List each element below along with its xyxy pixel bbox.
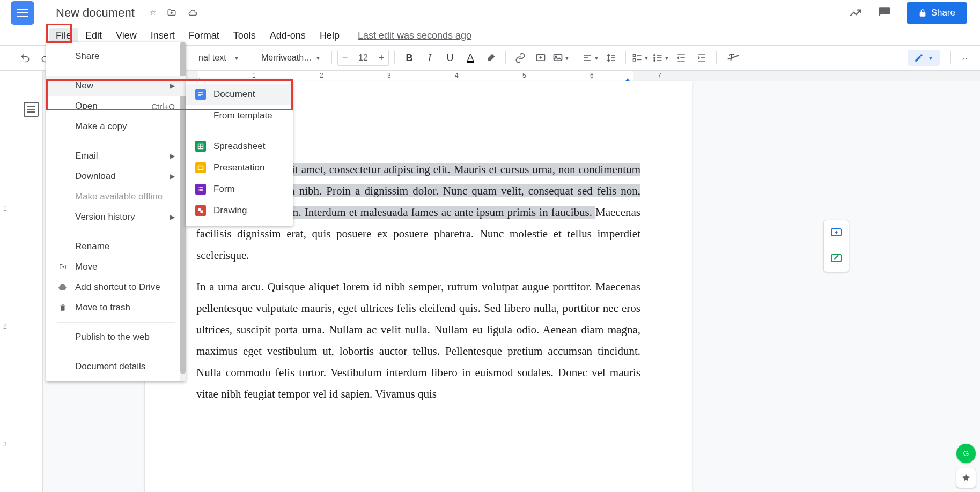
sheets-icon: [195, 141, 206, 152]
submenu-drawing[interactable]: Drawing: [186, 200, 293, 221]
file-menu-offline: Make available offline: [46, 187, 186, 207]
file-menu-trash[interactable]: Move to trash: [46, 297, 186, 318]
insert-link-button[interactable]: [511, 50, 529, 66]
explore-button[interactable]: [956, 468, 976, 488]
file-menu-share[interactable]: Share: [46, 46, 186, 66]
svg-rect-9: [633, 54, 636, 56]
svg-point-17: [654, 60, 655, 62]
drive-icon: [58, 283, 68, 292]
vruler-tick: 1: [3, 205, 7, 212]
vruler-tick: 2: [3, 323, 7, 330]
font-size-value[interactable]: 12: [352, 53, 374, 63]
vruler-tick: 3: [3, 441, 7, 448]
suggest-edit-button[interactable]: [824, 246, 849, 272]
svg-point-15: [654, 57, 655, 59]
svg-rect-26: [831, 255, 841, 262]
move-folder-icon[interactable]: [166, 8, 177, 18]
ruler-tick: 4: [455, 72, 459, 79]
document-title[interactable]: New document: [56, 6, 135, 20]
add-comment-button[interactable]: [824, 220, 849, 246]
file-menu-version[interactable]: Version history▶: [46, 207, 186, 227]
insert-comment-button[interactable]: [532, 50, 550, 66]
menu-edit[interactable]: Edit: [79, 28, 108, 43]
grammarly-icon[interactable]: G: [956, 444, 976, 463]
font-family-dropdown[interactable]: Merriweath…▼: [256, 50, 326, 66]
checklist-button[interactable]: ▼: [631, 50, 650, 66]
file-new-submenu: Document From template Spreadsheet Prese…: [186, 79, 293, 226]
menu-file[interactable]: File: [49, 28, 78, 43]
editing-mode-button[interactable]: ▼: [908, 50, 940, 66]
ruler-tick: 1: [252, 72, 256, 79]
star-icon[interactable]: ☆: [150, 8, 157, 18]
menu-tools[interactable]: Tools: [227, 28, 262, 43]
svg-point-13: [654, 55, 655, 56]
insert-image-button[interactable]: ▼: [552, 50, 570, 66]
italic-button[interactable]: I: [421, 50, 439, 66]
file-menu-open[interactable]: OpenCtrl+O: [46, 96, 186, 116]
bold-button[interactable]: B: [400, 50, 418, 66]
submenu-from-template[interactable]: From template: [186, 105, 293, 126]
text-color-button[interactable]: A: [461, 50, 480, 66]
menu-insert[interactable]: Insert: [144, 28, 181, 43]
ruler-tick: 7: [658, 72, 661, 79]
share-label: Share: [931, 8, 955, 18]
move-icon: [58, 263, 68, 271]
file-menu-new[interactable]: New▶: [46, 76, 186, 96]
file-menu-make-copy[interactable]: Make a copy: [46, 116, 186, 137]
menu-format[interactable]: Format: [182, 28, 226, 43]
file-menu-move[interactable]: Move: [46, 257, 186, 277]
font-size-control[interactable]: − 12 +: [337, 50, 389, 66]
svg-rect-41: [201, 211, 203, 213]
last-edit-link[interactable]: Last edit was seconds ago: [358, 30, 471, 41]
svg-rect-33: [198, 166, 203, 170]
ruler-tick: 2: [320, 72, 323, 79]
floating-comment-buttons: [823, 220, 849, 272]
ruler-tick: 3: [387, 72, 391, 79]
file-menu-add-shortcut[interactable]: Add shortcut to Drive: [46, 277, 186, 297]
activity-icon[interactable]: [849, 6, 863, 20]
ruler-tick: 6: [590, 72, 594, 79]
lock-icon: [918, 9, 927, 17]
svg-rect-11: [633, 59, 636, 61]
file-menu-rename[interactable]: Rename: [46, 236, 186, 257]
clear-formatting-button[interactable]: T: [722, 50, 740, 66]
indent-increase-button[interactable]: [692, 50, 711, 66]
file-menu-download[interactable]: Download▶: [46, 166, 186, 187]
file-menu-details[interactable]: Document details: [46, 356, 186, 377]
file-menu-publish[interactable]: Publish to the web: [46, 327, 186, 347]
menu-view[interactable]: View: [109, 28, 143, 43]
bottom-right-controls: G: [956, 444, 976, 488]
hide-menus-button[interactable]: ︿: [956, 50, 975, 66]
share-button[interactable]: Share: [907, 2, 967, 24]
slides-icon: [195, 162, 206, 173]
outline-icon[interactable]: [24, 102, 39, 117]
submenu-document[interactable]: Document: [186, 84, 293, 105]
highlight-button[interactable]: [482, 50, 500, 66]
paragraph-style-dropdown[interactable]: nal text▼: [193, 50, 245, 66]
ruler-tick: 5: [522, 72, 526, 79]
file-menu-email[interactable]: Email▶: [46, 146, 186, 166]
comments-icon[interactable]: [878, 6, 891, 20]
submenu-presentation[interactable]: Presentation: [186, 157, 293, 178]
submenu-spreadsheet[interactable]: Spreadsheet: [186, 136, 293, 157]
file-menu: Share New▶ OpenCtrl+O Make a copy Email▶…: [46, 42, 186, 381]
underline-button[interactable]: U: [441, 50, 459, 66]
align-button[interactable]: ▼: [581, 50, 600, 66]
cloud-status-icon[interactable]: [187, 8, 198, 18]
title-bar: New document ☆ Share: [0, 0, 980, 26]
bulleted-list-button[interactable]: ▼: [652, 50, 670, 66]
paragraph[interactable]: In a urna arcu. Quisque aliquet lorem id…: [196, 277, 640, 405]
left-rail: [0, 71, 43, 492]
undo-button[interactable]: [16, 50, 34, 66]
menu-addons[interactable]: Add-ons: [263, 28, 312, 43]
submenu-form[interactable]: Form: [186, 178, 293, 200]
forms-icon: [195, 184, 206, 195]
line-spacing-button[interactable]: [602, 50, 620, 66]
docs-icon: [195, 89, 206, 100]
indent-decrease-button[interactable]: [672, 50, 690, 66]
docs-logo-icon[interactable]: [11, 1, 34, 25]
drawings-icon: [195, 205, 206, 216]
menu-help[interactable]: Help: [313, 28, 346, 43]
font-size-increase[interactable]: +: [374, 53, 388, 64]
font-size-decrease[interactable]: −: [338, 53, 352, 64]
